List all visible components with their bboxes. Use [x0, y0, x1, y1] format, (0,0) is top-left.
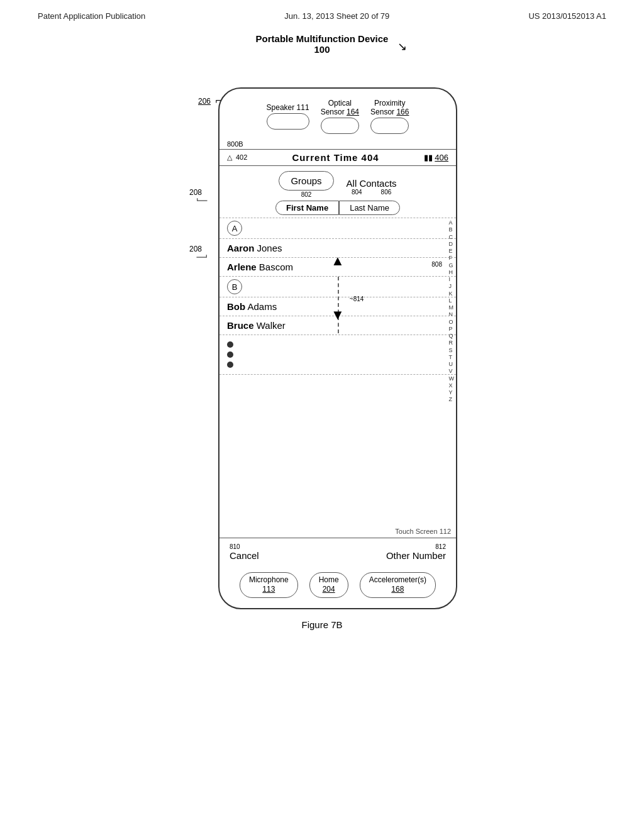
accelerometer-button: Accelerometer(s) 168 [360, 572, 436, 598]
sort-firstname-tab[interactable]: First Name [275, 201, 339, 215]
dot-3 [227, 362, 233, 368]
alpha-q[interactable]: Q [449, 333, 455, 340]
all-contacts-ref: 804 [352, 189, 362, 196]
section-a-badge: A [227, 221, 242, 236]
groups-ref: 802 [301, 191, 312, 198]
alpha-c[interactable]: C [449, 234, 455, 241]
view-ref: 806 [381, 189, 392, 196]
alpha-t[interactable]: T [449, 354, 455, 361]
dots-section [219, 335, 456, 375]
ref-208-bracket-bottom: ⎤ [197, 254, 207, 285]
battery-icon: ▮▮ [424, 153, 435, 162]
status-time: Current Time 404 [292, 152, 379, 163]
proximity-pill [370, 118, 409, 134]
scroll-down-arrow[interactable]: ▼ [331, 307, 345, 323]
device-top-bar: Speaker 111 OpticalSensor 164 ProximityS… [219, 89, 456, 140]
device-title-line1: Portable Multifunction Device [256, 33, 389, 44]
optical-sensor-label: OpticalSensor 164 [321, 99, 359, 134]
alpha-u[interactable]: U [449, 361, 455, 368]
speaker-pill [267, 113, 309, 130]
optical-pill [321, 118, 359, 134]
section-b-badge: B [227, 279, 242, 294]
device-title-line2: 100 [256, 44, 389, 55]
patent-right: US 2013/0152013 A1 [528, 11, 606, 21]
contact-list-region: A B C D E F G H I J K L M N O P Q [219, 218, 456, 526]
title-arrow-icon: ↘ [397, 40, 407, 53]
contacts-header: Groups 802 All Contacts 804 806 [219, 166, 456, 201]
figure-label: Figure 7B [301, 619, 342, 630]
alpha-a[interactable]: A [449, 219, 455, 226]
other-number-ref: 812 [435, 543, 446, 550]
alpha-b[interactable]: B [449, 226, 455, 233]
ref-208-bracket-top: ⎤ [197, 197, 207, 229]
speaker-label: Speaker 111 [267, 103, 309, 130]
ref-208-top-label: 208 [189, 188, 202, 197]
cancel-ref: 810 [230, 543, 259, 550]
ref-208-bottom-label: 208 [189, 245, 202, 253]
alpha-r[interactable]: R [449, 340, 455, 346]
alpha-y[interactable]: Y [449, 389, 455, 396]
dot-1 [227, 341, 233, 348]
status-left: △ 402 [227, 153, 247, 162]
other-number-button[interactable]: Other Number [386, 550, 446, 561]
alpha-o[interactable]: O [449, 319, 455, 326]
bottom-toolbar: 810 Cancel 812 Other Number [219, 538, 456, 566]
ref-206-label: 206 ⌐ [198, 95, 221, 106]
scroll-up-arrow[interactable]: ▲ [331, 253, 345, 269]
sort-tabs: First Name Last Name [219, 201, 456, 218]
contact2-last: Bascom [259, 262, 293, 272]
touch-screen-label: Touch Screen 112 [219, 526, 456, 538]
alpha-d[interactable]: D [449, 241, 455, 248]
contact2-first: Arlene [227, 262, 257, 272]
contact4-first: Bruce [227, 320, 254, 331]
section-a-header: A [219, 218, 456, 239]
contact1-last: Jones [257, 243, 282, 253]
contact-bob-adams[interactable]: Bob Adams ▼ [219, 297, 456, 316]
device-frame: Speaker 111 OpticalSensor 164 ProximityS… [218, 87, 457, 609]
alpha-e[interactable]: E [449, 248, 455, 255]
status-signal-ref: 402 [236, 153, 247, 161]
contact3-first: Bob [227, 301, 245, 312]
contact4-last: Walker [257, 320, 286, 331]
status-battery: ▮▮ 406 [424, 153, 448, 162]
home-button[interactable]: Home 204 [309, 572, 348, 598]
proximity-sensor-label: ProximitySensor 166 [370, 99, 409, 134]
microphone-button: Microphone 113 [240, 572, 298, 598]
alpha-v[interactable]: V [449, 368, 455, 375]
all-contacts-label: All Contacts [347, 178, 397, 189]
device-bottom-buttons: Microphone 113 Home 204 Accelerometer(s)… [219, 566, 456, 608]
alpha-z[interactable]: Z [449, 396, 455, 403]
contact1-first: Aaron [227, 243, 254, 253]
alpha-p[interactable]: P [449, 326, 455, 333]
contact3-last: Adams [248, 301, 277, 312]
cancel-button[interactable]: Cancel [230, 550, 259, 561]
patent-left: Patent Application Publication [38, 11, 145, 21]
alpha-x[interactable]: X [449, 382, 455, 389]
patent-center: Jun. 13, 2013 Sheet 20 of 79 [284, 11, 389, 21]
section-b-header: B ~814 [219, 277, 456, 297]
sort-lastname-tab[interactable]: Last Name [339, 201, 400, 215]
contact-arlene-bascom[interactable]: Arlene Bascom ▲ [219, 258, 456, 277]
dot-2 [227, 351, 233, 358]
alpha-s[interactable]: S [449, 347, 455, 354]
ref-800b: 800B [219, 140, 456, 149]
groups-button[interactable]: Groups [279, 171, 333, 191]
signal-icon: △ [227, 153, 232, 162]
status-bar: △ 402 Current Time 404 ▮▮ 406 [219, 149, 456, 166]
alpha-w[interactable]: W [449, 375, 455, 382]
